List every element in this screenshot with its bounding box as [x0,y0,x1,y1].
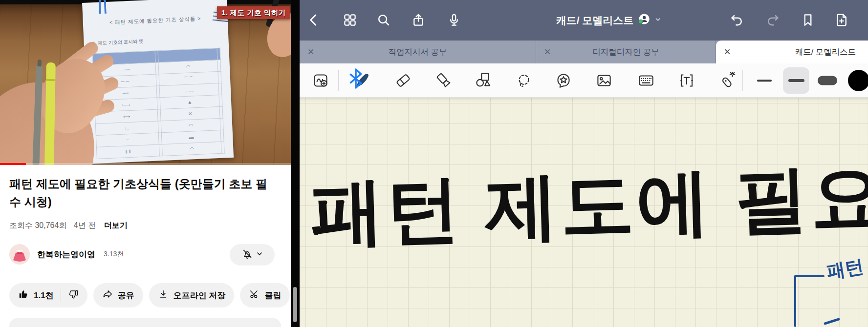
video-meta: 조회수 30,764회 4년 전 더보기 [9,221,128,231]
stickers-tool[interactable] [553,70,574,91]
split-view-divider[interactable] [291,0,300,327]
offline-save-label: 오프라인 저장 [174,290,226,301]
share-button[interactable]: 공유 [93,283,143,307]
video-player[interactable]: < 패턴 제도에 필요한 기초 상식들 > 1. 제도 기호의 표시와 뜻 ──… [0,0,291,165]
notes-app-pane: 캐드/ 모델리스트 [300,0,868,327]
undo-button[interactable] [729,13,744,27]
stroke-width-thin[interactable] [757,80,772,82]
view-count: 조회수 30,764회 [9,221,66,229]
channel-name[interactable]: 한복하는영이영 [37,249,95,260]
document-title-menu[interactable]: 캐드/ 모델리스트 [556,13,661,27]
add-page-button[interactable] [834,13,849,27]
account-status-icon [638,13,650,27]
blue-stroke-fragment [824,318,840,325]
worksheet-title: < 패턴 제도에 필요한 기초 상식들 > [83,14,228,27]
notifications-button[interactable] [230,244,275,266]
drawing-toolbar [300,63,868,98]
blue-bracket-horizontal [794,275,825,277]
tab-worksheet-study[interactable]: ✕ 작업지시서 공부 [300,41,536,63]
tab-bar: ✕ 작업지시서 공부 ✕ 디지털디자인 공부 ✕ 캐드/ 모델리스트 [300,41,868,63]
scissors-icon [249,289,260,302]
document-title: 캐드/ 모델리스트 [556,13,634,27]
clip-label: 클립 [264,290,281,301]
yellow-highlighter-prop [44,62,56,165]
screen: < 패턴 제도에 필요한 기초 상식들 > 1. 제도 기호의 표시와 뜻 ──… [0,0,868,327]
youtube-scrollbar[interactable] [293,287,297,322]
shapes-tool[interactable] [473,70,494,91]
comments-section-preview[interactable] [9,318,281,327]
laser-pointer-tool[interactable] [716,70,737,91]
download-icon [158,289,169,302]
notes-navbar: 캐드/ 모델리스트 [300,0,868,41]
subscriber-count: 3.13천 [104,250,124,259]
microphone-button[interactable] [447,13,461,27]
channel-avatar[interactable] [9,244,30,265]
note-canvas[interactable]: 패턴 제도에 필요한 상식 패턴 [300,98,868,327]
chapter-overlay-banner: 1. 제도 기호 익히기 [217,6,290,19]
eraser-tool[interactable] [393,70,413,91]
handwritten-heading: 패턴 제도에 필요한 상식 [309,152,868,249]
paperclip [99,0,107,14]
stroke-width-medium-selected[interactable] [783,67,809,94]
youtube-pane: < 패턴 제도에 필요한 기초 상식들 > 1. 제도 기호의 표시와 뜻 ──… [0,0,291,327]
like-dislike-button[interactable]: 1.1천 [9,283,87,307]
tab-digital-design-study[interactable]: ✕ 디지털디자인 공부 [536,41,716,63]
back-button[interactable] [306,13,321,27]
keyboard-tool[interactable] [636,70,656,91]
thumbnails-grid-button[interactable] [343,13,357,27]
zoom-window-tool[interactable] [311,70,331,91]
video-title: 패턴 제도에 필요한 기초상식들 (옷만들기 초보 필 수 시청) [9,175,283,211]
thumb-up-icon [18,289,29,302]
search-icon[interactable] [376,13,391,27]
video-progress-fill [0,163,26,165]
action-bar: 1.1천 공유 [9,283,290,307]
image-tool[interactable] [594,70,614,91]
bell-off-icon [241,248,253,262]
worksheet-subtitle: 1. 제도 기호의 표시와 뜻 [92,39,143,47]
toolbar-divider [338,70,339,91]
chevron-down-icon [654,16,661,24]
clip-button[interactable]: 클립 [240,283,290,307]
share-arrow-icon [102,289,113,302]
stroke-width-max[interactable] [848,70,868,91]
pill-divider [61,289,61,302]
offline-save-button[interactable]: 오프라인 저장 [149,283,235,307]
tab-cad-modelist[interactable]: ✕ 캐드/ 모델리스트 [716,41,868,63]
text-tool[interactable] [676,70,697,91]
share-label: 공유 [118,290,134,301]
lasso-tool[interactable] [514,70,534,91]
share-export-button[interactable] [411,13,426,27]
thumb-down-icon [68,289,79,302]
pen-tool-selected[interactable] [351,70,372,91]
like-count: 1.1천 [34,290,54,301]
blue-bracket-vertical [794,275,796,327]
redo-button[interactable] [766,13,781,27]
video-progress-track[interactable] [0,163,291,165]
blue-annotation: 패턴 [825,254,865,284]
stroke-width-thick[interactable] [818,76,837,85]
toolbar-divider [742,70,743,91]
bluetooth-icon [346,68,352,78]
highlighter-tool[interactable] [434,70,454,91]
more-link[interactable]: 더보기 [104,221,128,229]
chevron-down-icon [256,250,263,259]
bookmark-button[interactable] [801,13,815,27]
upload-age: 4년 전 [74,221,96,229]
